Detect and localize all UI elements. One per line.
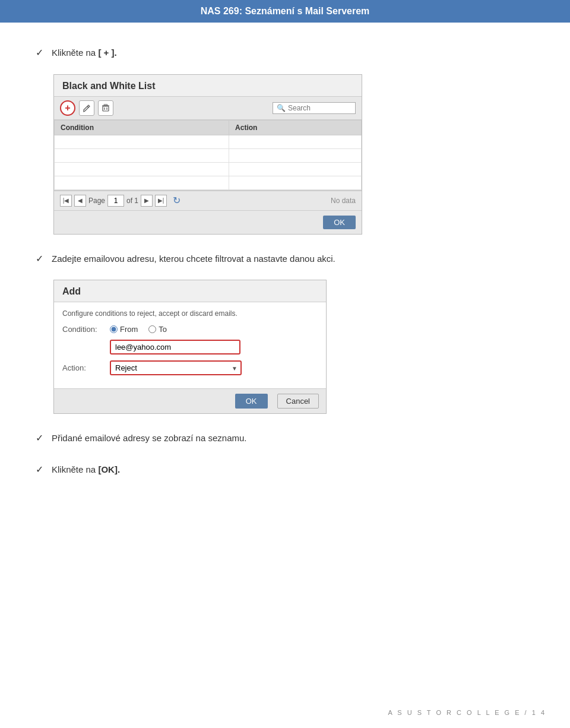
bullet-text-4: Klikněte na [OK]. bbox=[52, 463, 120, 477]
add-ok-button[interactable]: OK bbox=[235, 394, 268, 409]
bullet-text-1: Klikněte na [ + ]. bbox=[52, 46, 117, 60]
search-box[interactable]: 🔍 bbox=[273, 102, 356, 114]
bullet-text-3: Přidané emailové adresy se zobrazí na se… bbox=[52, 432, 247, 445]
checkmark-1: ✓ bbox=[36, 47, 43, 58]
delete-button[interactable] bbox=[98, 100, 113, 116]
svg-line-0 bbox=[87, 106, 88, 107]
to-radio-label[interactable]: To bbox=[148, 325, 167, 334]
edit-button[interactable] bbox=[79, 100, 94, 116]
from-label: From bbox=[120, 325, 138, 334]
to-label: To bbox=[159, 325, 167, 334]
page-prev-button[interactable]: ◀ bbox=[74, 195, 86, 207]
page-input[interactable] bbox=[107, 195, 124, 207]
panel-ok-button[interactable]: OK bbox=[323, 216, 356, 229]
add-panel-title: Add bbox=[54, 280, 326, 302]
bullet-text-2: Zadejte emailovou adresu, kterou chcete … bbox=[52, 252, 335, 266]
table-wrapper: Condition Action bbox=[54, 120, 362, 191]
radio-group: From To bbox=[110, 325, 167, 334]
page-footer: A S U S T O R C O L L E G E / 1 4 bbox=[388, 709, 546, 716]
add-button[interactable]: + bbox=[60, 100, 75, 116]
add-panel: Add Configure conditions to reject, acce… bbox=[53, 280, 327, 414]
email-row bbox=[62, 340, 318, 354]
blackwhite-panel: Black and White List + 🔍 bbox=[53, 74, 362, 235]
col-action: Action bbox=[229, 120, 362, 135]
footer-text: A S U S T O R C O L L E G E / 1 4 bbox=[388, 709, 546, 716]
page-label: Page bbox=[88, 197, 105, 205]
no-data-text: No data bbox=[331, 197, 356, 205]
action-select[interactable]: Reject Accept Discard bbox=[110, 360, 242, 375]
from-radio[interactable] bbox=[110, 325, 118, 333]
page-last-button[interactable]: ▶| bbox=[155, 195, 167, 207]
bullet4-bold: [OK]. bbox=[98, 464, 120, 474]
add-cancel-button[interactable]: Cancel bbox=[277, 394, 319, 409]
add-panel-footer: OK Cancel bbox=[54, 388, 326, 413]
bullet-item-2: ✓ Zadejte emailovou adresu, kterou chcet… bbox=[36, 252, 534, 266]
checkmark-4: ✓ bbox=[36, 464, 43, 475]
panel-toolbar: + 🔍 bbox=[54, 97, 362, 120]
page-first-button[interactable]: |◀ bbox=[60, 195, 72, 207]
bullet-item-3: ✓ Přidané emailové adresy se zobrazí na … bbox=[36, 432, 534, 445]
from-radio-label[interactable]: From bbox=[110, 325, 138, 334]
table-row-empty-2 bbox=[55, 148, 362, 162]
email-input[interactable] bbox=[110, 340, 240, 354]
search-icon: 🔍 bbox=[277, 104, 286, 112]
condition-label: Condition: bbox=[62, 325, 110, 334]
action-row: Action: Reject Accept Discard ▼ bbox=[62, 360, 318, 375]
checkmark-2: ✓ bbox=[36, 253, 43, 264]
condition-row: Condition: From To bbox=[62, 325, 318, 334]
to-radio[interactable] bbox=[148, 325, 156, 333]
table-row-empty-4 bbox=[55, 176, 362, 189]
svg-rect-5 bbox=[104, 105, 107, 106]
panel-title: Black and White List bbox=[54, 75, 362, 97]
bullet-item-4: ✓ Klikněte na [OK]. bbox=[36, 463, 534, 477]
add-panel-desc: Configure conditions to reject, accept o… bbox=[62, 309, 318, 318]
page-header: NAS 269: Seznámení s Mail Serverem bbox=[0, 0, 570, 23]
action-label: Action: bbox=[62, 363, 110, 372]
action-select-wrap: Reject Accept Discard ▼ bbox=[110, 360, 242, 375]
table-row-empty-3 bbox=[55, 162, 362, 176]
panel-pagination: |◀ ◀ Page of 1 ▶ ▶| ↻ No data bbox=[54, 191, 362, 210]
bullet1-bold: [ + ]. bbox=[98, 48, 116, 58]
page-next-button[interactable]: ▶ bbox=[141, 195, 153, 207]
search-input[interactable] bbox=[288, 104, 347, 112]
panel-footer: OK bbox=[54, 210, 362, 234]
refresh-icon[interactable]: ↻ bbox=[173, 195, 180, 206]
checkmark-3: ✓ bbox=[36, 432, 43, 444]
add-panel-body: Configure conditions to reject, accept o… bbox=[54, 302, 326, 388]
panel-table: Condition Action bbox=[54, 120, 362, 190]
header-title: NAS 269: Seznámení s Mail Serverem bbox=[201, 6, 370, 16]
table-row-empty-1 bbox=[55, 135, 362, 148]
col-condition: Condition bbox=[55, 120, 229, 135]
svg-rect-1 bbox=[103, 106, 109, 111]
page-of-label: of 1 bbox=[126, 197, 138, 205]
bullet-item-1: ✓ Klikněte na [ + ]. bbox=[36, 46, 534, 60]
